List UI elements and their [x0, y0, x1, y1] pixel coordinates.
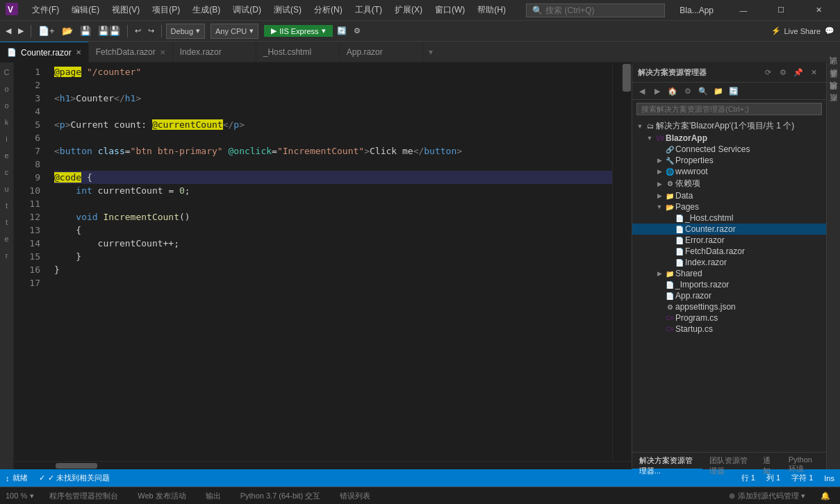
status-git[interactable]: ↕ 就绪	[6, 473, 28, 483]
run-button[interactable]: ▶ IIS Express ▾	[264, 25, 332, 37]
tree-fetchdata-razor[interactable]: 📄 FetchData.razor	[632, 246, 826, 257]
live-share-button[interactable]: ⚡ Live Share	[771, 26, 821, 35]
se-toolbar-btn6[interactable]: 📁	[711, 84, 725, 98]
tree-index-razor[interactable]: 📄 Index.razor	[632, 257, 826, 268]
left-sidebar-icon-11[interactable]: e	[4, 232, 8, 246]
menu-window[interactable]: 窗口(W)	[429, 3, 470, 17]
se-toolbar-btn5[interactable]: 🔍	[696, 84, 710, 98]
zoom-control[interactable]: 100 % ▾	[6, 492, 34, 501]
tab-close-counter[interactable]: ✕	[76, 49, 81, 56]
global-search[interactable]: 🔍	[526, 3, 665, 17]
tree-connected-services[interactable]: 🔗 Connected Services	[632, 144, 826, 155]
status-col[interactable]: 列 1	[766, 473, 780, 483]
se-settings-btn[interactable]: ⚙	[776, 65, 790, 79]
redo-btn[interactable]: ↪	[145, 25, 157, 37]
maximize-button[interactable]: ☐	[765, 0, 797, 21]
tree-properties[interactable]: ▶ 🔧 Properties	[632, 155, 826, 166]
se-tab-team[interactable]: 团队资源管理器	[702, 453, 757, 469]
vert-tab-test[interactable]: 测试	[827, 65, 840, 76]
left-sidebar-icon-12[interactable]: r	[6, 249, 8, 262]
toolbar-btn-extra[interactable]: ⚙	[351, 25, 363, 37]
new-project-btn[interactable]: 📄+	[35, 24, 58, 37]
tree-data[interactable]: ▶ 📁 Data	[632, 190, 826, 201]
se-search-input[interactable]	[636, 103, 822, 115]
feedback-btn[interactable]: 💬	[822, 25, 837, 37]
menu-debug[interactable]: 调试(D)	[227, 3, 267, 17]
tab-app-razor[interactable]: App.razor	[340, 42, 423, 62]
vert-tab-diag[interactable]: 诊断工具	[827, 78, 840, 89]
vert-tab-callstack[interactable]: 调用堆栈	[827, 90, 840, 101]
left-sidebar-icon-3[interactable]: o	[4, 99, 8, 112]
left-sidebar-icon-1[interactable]: C	[4, 65, 10, 79]
new-tab-button[interactable]: ▾	[423, 42, 438, 62]
tree-dependencies[interactable]: ▶ ⚙ 依赖项	[632, 177, 826, 190]
tab-close-fetchdata[interactable]: ✕	[160, 49, 165, 56]
se-tab-solution[interactable]: 解决方案资源管理器...	[632, 453, 702, 469]
notifications-btn[interactable]: 🔔	[816, 490, 834, 502]
menu-analyze[interactable]: 分析(N)	[308, 3, 348, 17]
se-tab-python[interactable]: Python 环境	[782, 453, 826, 469]
tree-error-razor[interactable]: 📄 Error.razor	[632, 235, 826, 246]
menu-file[interactable]: 文件(F)	[26, 3, 65, 17]
bottom-tab-package[interactable]: 程序包管理器控制台	[45, 489, 122, 503]
minimize-button[interactable]: —	[727, 0, 759, 21]
left-sidebar-icon-7[interactable]: c	[5, 165, 9, 179]
tree-startup-cs[interactable]: C# Startup.cs	[632, 324, 826, 335]
status-ins[interactable]: Ins	[824, 473, 834, 483]
se-toolbar-btn2[interactable]: ▶	[650, 84, 664, 98]
vert-tab-breakpoints[interactable]: 断点	[827, 103, 840, 114]
menu-help[interactable]: 帮助(H)	[472, 3, 511, 17]
tree-host-cshtml[interactable]: 📄 _Host.cshtml	[632, 212, 826, 224]
save-all-btn[interactable]: 💾💾	[95, 24, 123, 37]
tree-program-cs[interactable]: C# Program.cs	[632, 312, 826, 324]
left-sidebar-icon-5[interactable]: i	[6, 132, 7, 146]
se-toolbar-btn3[interactable]: 🏠	[666, 84, 680, 98]
se-toolbar-btn1[interactable]: ◀	[635, 84, 649, 98]
code-editor[interactable]: @page "/counter" <h1>Counter</h1> <p>Cur…	[49, 62, 612, 461]
tab-counter-razor[interactable]: 📄 Counter.razor ✕	[0, 42, 89, 62]
bottom-tab-output[interactable]: 输出	[201, 489, 225, 503]
tree-project[interactable]: ▼ V# BlazorApp	[632, 133, 826, 144]
bottom-tab-publish[interactable]: Web 发布活动	[133, 489, 190, 503]
status-errors[interactable]: ✓ ✓ 未找到相关问题	[39, 473, 110, 483]
left-sidebar-icon-8[interactable]: u	[4, 182, 8, 196]
debug-dropdown[interactable]: Debug ▾	[166, 24, 205, 39]
menu-tools[interactable]: 工具(T)	[349, 3, 388, 17]
tab-index-razor[interactable]: Index.razor	[173, 42, 256, 62]
editor-content[interactable]: 1 2 3 4 5 6 7 8 9 10 11 12 13 14 15 16 1…	[14, 62, 632, 461]
search-input[interactable]	[545, 6, 650, 15]
left-sidebar-icon-9[interactable]: t	[6, 199, 8, 212]
left-sidebar-icon-2[interactable]: o	[4, 82, 8, 96]
tree-wwwroot[interactable]: ▶ 🌐 wwwroot	[632, 166, 826, 177]
editor-hscrollbar[interactable]	[14, 461, 632, 469]
se-toolbar-btn4[interactable]: ⚙	[681, 84, 695, 98]
tree-app-razor[interactable]: 📄 App.razor	[632, 290, 826, 301]
open-btn[interactable]: 📂	[59, 24, 76, 37]
tree-counter-razor[interactable]: 📄 Counter.razor	[632, 224, 826, 235]
left-sidebar-icon-6[interactable]: e	[4, 149, 8, 162]
menu-test[interactable]: 测试(S)	[268, 3, 307, 17]
menu-view[interactable]: 视图(V)	[106, 3, 145, 17]
tree-solution[interactable]: ▼ 🗂 解决方案'BlazorApp'(1个项目/共 1 个)	[632, 119, 826, 133]
refresh-btn[interactable]: 🔄	[334, 25, 349, 37]
se-sync-btn[interactable]: ⟳	[761, 65, 775, 79]
menu-project[interactable]: 项目(P)	[147, 3, 186, 17]
editor-scrollbar[interactable]	[622, 62, 632, 461]
menu-build[interactable]: 生成(B)	[187, 3, 226, 17]
tree-shared[interactable]: ▶ 📁 Shared	[632, 268, 826, 279]
source-control[interactable]: ⊕ 添加到源代码管理 ▾	[729, 491, 805, 501]
status-char[interactable]: 字符 1	[791, 473, 813, 483]
se-pin-btn[interactable]: 📌	[791, 65, 805, 79]
left-sidebar-icon-4[interactable]: k	[5, 115, 9, 129]
left-sidebar-icon-10[interactable]: t	[6, 215, 8, 229]
tree-pages[interactable]: ▼ 📂 Pages	[632, 201, 826, 212]
close-button[interactable]: ✕	[802, 0, 834, 21]
save-btn[interactable]: 💾	[77, 24, 94, 37]
tree-imports-razor[interactable]: 📄 _Imports.razor	[632, 279, 826, 290]
bottom-tab-python[interactable]: Python 3.7 (64-bit) 交互	[236, 489, 325, 503]
menu-edit[interactable]: 编辑(E)	[66, 3, 105, 17]
se-close-btn[interactable]: ✕	[807, 65, 821, 79]
cpu-dropdown[interactable]: Any CPU ▾	[211, 24, 258, 39]
bottom-tab-errors[interactable]: 错误列表	[336, 489, 374, 503]
tab-host-cshtml[interactable]: _Host.cshtml	[256, 42, 340, 62]
